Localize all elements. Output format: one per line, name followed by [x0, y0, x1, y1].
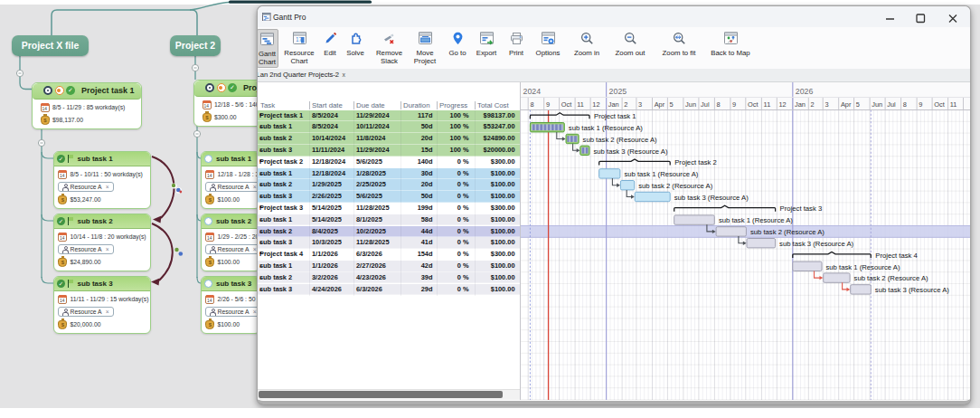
svg-text:Apr: Apr: [655, 100, 665, 109]
svg-text:2: 2: [624, 100, 627, 109]
svg-text:Jan: Jan: [608, 100, 619, 109]
svg-text:12: 12: [592, 100, 599, 109]
svg-text:Jun: Jun: [685, 100, 696, 109]
svg-text:Apr: Apr: [841, 100, 852, 109]
svg-text:sub task 2 (Resource A): sub task 2 (Resource A): [854, 274, 928, 282]
svg-text:8: 8: [530, 100, 533, 109]
svg-text:2: 2: [811, 100, 815, 109]
svg-text:5: 5: [670, 100, 674, 109]
svg-text:sub task 1 (Resource A): sub task 1 (Resource A): [826, 263, 900, 271]
svg-text:2026: 2026: [796, 87, 814, 96]
svg-text:Project task 4: Project task 4: [875, 252, 918, 260]
svg-text:Jul: Jul: [887, 100, 896, 109]
svg-text:9: 9: [732, 100, 736, 109]
svg-text:sub task 3 (Resource A): sub task 3 (Resource A): [594, 147, 668, 156]
svg-text:sub task 1 (Resource A): sub task 1 (Resource A): [624, 170, 698, 178]
svg-text:2025: 2025: [609, 87, 627, 96]
svg-text:Jan: Jan: [795, 100, 806, 109]
svg-text:8: 8: [717, 100, 721, 109]
svg-text:sub task 2 (Resource A): sub task 2 (Resource A): [583, 136, 657, 144]
svg-text:12: 12: [779, 100, 787, 109]
svg-text:sub task 2 (Resource A): sub task 2 (Resource A): [750, 228, 825, 236]
svg-text:sub task 3 (Resource A): sub task 3 (Resource A): [674, 194, 749, 202]
svg-text:Jul: Jul: [701, 100, 710, 109]
svg-text:sub task 3 (Resource A): sub task 3 (Resource A): [779, 240, 853, 248]
svg-text:Project task 3: Project task 3: [780, 204, 823, 213]
svg-text:Project task 2: Project task 2: [674, 158, 717, 166]
svg-text:9: 9: [546, 100, 550, 109]
svg-text:11: 11: [950, 100, 957, 109]
svg-text:3: 3: [825, 100, 828, 109]
svg-text:Project task 1: Project task 1: [594, 112, 636, 120]
svg-text:Oct: Oct: [934, 100, 945, 109]
svg-text:11: 11: [577, 100, 584, 109]
svg-text:Oct: Oct: [748, 100, 759, 109]
svg-text:8: 8: [903, 100, 907, 109]
svg-text:sub task 1 (Resource A): sub task 1 (Resource A): [569, 124, 643, 132]
svg-text:2024: 2024: [523, 87, 542, 96]
svg-text:11: 11: [764, 100, 771, 109]
svg-text:5: 5: [856, 100, 860, 109]
svg-text:9: 9: [919, 100, 922, 109]
svg-text:Jun: Jun: [872, 100, 882, 109]
svg-text:Oct: Oct: [561, 100, 572, 109]
svg-text:sub task 3 (Resource A): sub task 3 (Resource A): [875, 286, 949, 294]
svg-text:sub task 2 (Resource A): sub task 2 (Resource A): [638, 182, 712, 190]
svg-text:3: 3: [638, 100, 642, 109]
svg-text:sub task 1 (Resource A): sub task 1 (Resource A): [719, 216, 793, 224]
